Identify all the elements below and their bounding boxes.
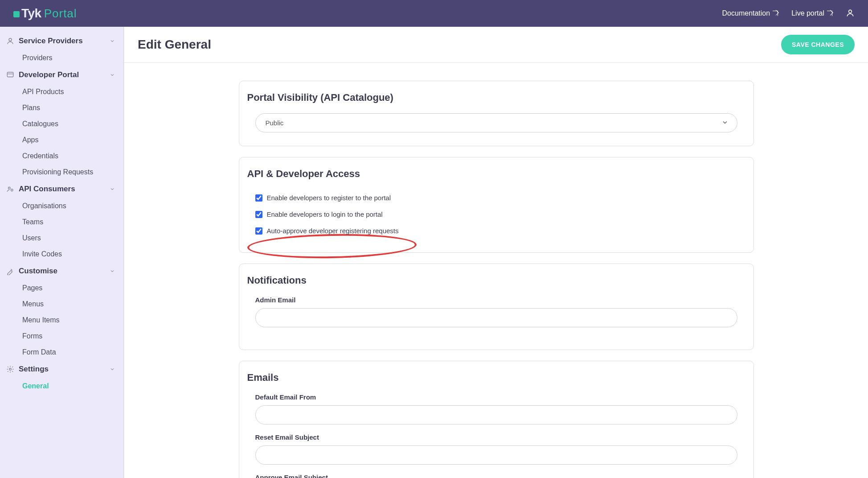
sidebar-item-forms[interactable]: Forms [0, 328, 123, 344]
logo[interactable]: Tyk Portal [13, 6, 77, 21]
sidebar-item-menu-items[interactable]: Menu Items [0, 312, 123, 328]
nav-group-api-consumers[interactable]: API Consumers [0, 180, 123, 198]
card-api-developer-access: API & Developer Access Enable developers… [239, 157, 754, 253]
nav-group-settings[interactable]: Settings [0, 360, 123, 378]
external-link-icon [773, 11, 778, 16]
page-header: Edit General SAVE CHANGES [124, 27, 868, 63]
card-title: Portal Visibility (API Catalogue) [247, 92, 745, 103]
sidebar-item-teams[interactable]: Teams [0, 214, 123, 230]
card-notifications: Notifications Admin Email [239, 264, 754, 350]
svg-point-3 [8, 187, 11, 190]
sidebar-item-menus[interactable]: Menus [0, 296, 123, 312]
live-portal-label: Live portal [791, 9, 824, 17]
approve-email-subject-label: Approve Email Subject [255, 474, 737, 478]
card-title: Notifications [247, 275, 745, 286]
developer-portal-icon [6, 71, 14, 79]
nav-group-label: API Consumers [19, 185, 75, 194]
sidebar-item-apps[interactable]: Apps [0, 132, 123, 148]
access-checks: Enable developers to register to the por… [247, 190, 745, 239]
card-portal-visibility: Portal Visibility (API Catalogue) Public [239, 81, 754, 146]
nav-group-customise[interactable]: Customise [0, 262, 123, 280]
nav-group-label: Customise [19, 267, 57, 276]
checkbox-enable-login[interactable] [255, 211, 262, 218]
sidebar-item-providers[interactable]: Providers [0, 50, 123, 66]
nav-group-label: Developer Portal [19, 70, 79, 79]
nav-group-developer-portal[interactable]: Developer Portal [0, 66, 123, 84]
check-label: Enable developers to login to the portal [267, 210, 383, 218]
check-auto-approve[interactable]: Auto-approve developer registering reque… [255, 223, 737, 239]
svg-point-4 [11, 189, 13, 191]
sidebar: Service Providers Providers Developer Po… [0, 27, 124, 478]
api-consumers-icon [6, 185, 14, 193]
logo-tyk: Tyk [13, 6, 41, 21]
sidebar-item-general[interactable]: General [0, 378, 123, 394]
card-title: API & Developer Access [247, 168, 745, 180]
user-icon[interactable] [846, 8, 855, 19]
svg-point-5 [9, 368, 12, 371]
nav-group-label: Settings [19, 365, 49, 374]
nav-group-label: Service Providers [19, 37, 83, 45]
top-header: Tyk Portal Documentation Live portal [0, 0, 868, 27]
check-label: Auto-approve developer registering reque… [267, 227, 399, 235]
admin-email-label: Admin Email [255, 296, 737, 304]
customise-icon [6, 267, 14, 275]
page-title: Edit General [138, 37, 211, 52]
reset-email-subject-input[interactable] [255, 445, 737, 465]
svg-point-1 [9, 38, 12, 41]
visibility-select-wrap: Public [255, 113, 737, 132]
chevron-down-icon [109, 38, 115, 44]
chevron-down-icon [109, 268, 115, 274]
checkbox-auto-approve[interactable] [255, 227, 262, 235]
sidebar-item-credentials[interactable]: Credentials [0, 148, 123, 164]
svg-point-0 [849, 10, 852, 13]
sidebar-item-users[interactable]: Users [0, 230, 123, 246]
card-emails: Emails Default Email From Reset Email Su… [239, 361, 754, 478]
service-providers-icon [6, 37, 14, 45]
check-label: Enable developers to register to the por… [267, 194, 391, 202]
checkbox-enable-register[interactable] [255, 194, 262, 202]
chevron-down-icon [109, 72, 115, 78]
chevron-down-icon [109, 186, 115, 192]
sidebar-item-api-products[interactable]: API Products [0, 84, 123, 100]
sidebar-item-organisations[interactable]: Organisations [0, 198, 123, 214]
nav-group-service-providers[interactable]: Service Providers [0, 32, 123, 50]
save-button[interactable]: SAVE CHANGES [781, 35, 855, 54]
check-enable-register[interactable]: Enable developers to register to the por… [255, 190, 737, 206]
card-title: Emails [247, 372, 745, 383]
admin-email-input[interactable] [255, 308, 737, 327]
default-email-from-label: Default Email From [255, 393, 737, 401]
sidebar-item-plans[interactable]: Plans [0, 100, 123, 116]
sidebar-item-invite-codes[interactable]: Invite Codes [0, 246, 123, 262]
live-portal-link[interactable]: Live portal [791, 9, 832, 17]
default-email-from-input[interactable] [255, 405, 737, 424]
documentation-link[interactable]: Documentation [722, 9, 778, 17]
sidebar-item-pages[interactable]: Pages [0, 280, 123, 296]
reset-email-subject-label: Reset Email Subject [255, 433, 737, 441]
main: Edit General SAVE CHANGES Portal Visibil… [124, 27, 868, 478]
check-enable-login[interactable]: Enable developers to login to the portal [255, 206, 737, 223]
sidebar-item-catalogues[interactable]: Catalogues [0, 116, 123, 132]
logo-portal: Portal [44, 7, 77, 21]
documentation-label: Documentation [722, 9, 770, 17]
svg-rect-2 [7, 72, 13, 77]
gear-icon [6, 365, 14, 373]
header-right: Documentation Live portal [722, 8, 855, 19]
content: Portal Visibility (API Catalogue) Public… [225, 81, 767, 478]
sidebar-item-provisioning-requests[interactable]: Provisioning Requests [0, 164, 123, 180]
visibility-select[interactable]: Public [255, 113, 737, 132]
sidebar-item-form-data[interactable]: Form Data [0, 344, 123, 360]
chevron-down-icon [109, 366, 115, 372]
external-link-icon [827, 11, 832, 16]
